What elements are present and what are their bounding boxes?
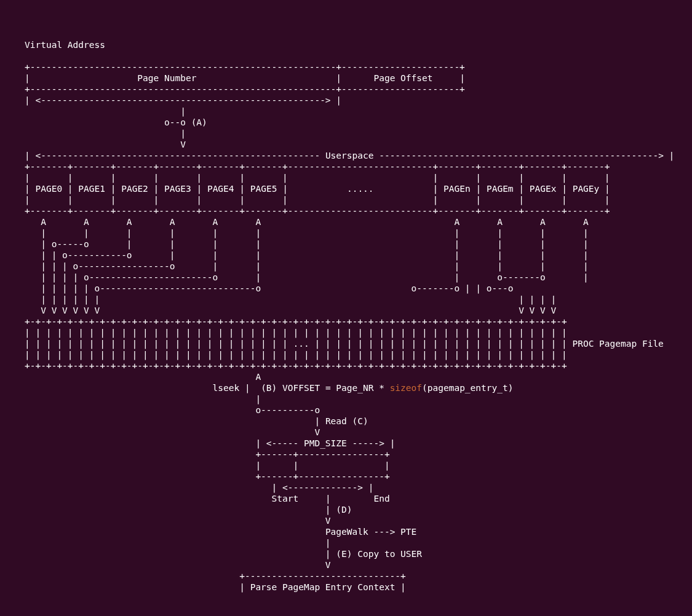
read-c-label: Read (C): [325, 416, 368, 426]
pmd-size-label: PMD_SIZE: [304, 438, 347, 448]
page-m: PAGEm: [487, 184, 514, 194]
step-b-prefix: (B) VOFFSET = Page_NR *: [261, 383, 390, 393]
step-e: (E) Copy to USER: [336, 549, 422, 559]
page-dots: .....: [347, 184, 374, 194]
page-number-label: Page Number: [137, 73, 196, 83]
page-4: PAGE4: [207, 184, 234, 194]
end-label: End: [373, 494, 389, 503]
page-offset-label: Page Offset: [373, 73, 432, 83]
userspace-label: Userspace: [325, 151, 374, 160]
page-1: PAGE1: [78, 184, 105, 194]
step-a: (A): [191, 117, 207, 127]
page-x: PAGEx: [530, 184, 557, 194]
page-3: PAGE3: [164, 184, 191, 194]
pagemap-file-label: PROC Pagemap File: [572, 339, 663, 349]
step-d: (D): [336, 505, 352, 515]
diagram-title: Virtual Address: [25, 40, 105, 50]
lseek-label: lseek: [213, 383, 240, 393]
page-5: PAGE5: [250, 184, 277, 194]
start-label: Start: [272, 494, 299, 503]
page-0: PAGE0: [35, 184, 62, 194]
page-2: PAGE2: [121, 184, 148, 194]
page-n: PAGEn: [443, 184, 471, 194]
parse-label: Parse PageMap Entry Context: [250, 582, 396, 592]
sizeof-keyword: sizeof: [390, 383, 422, 393]
page-y: PAGEy: [573, 184, 600, 194]
pagewalk-label: PageWalk ---> PTE: [325, 527, 416, 537]
step-b-suffix: (pagemap_entry_t): [422, 383, 513, 393]
